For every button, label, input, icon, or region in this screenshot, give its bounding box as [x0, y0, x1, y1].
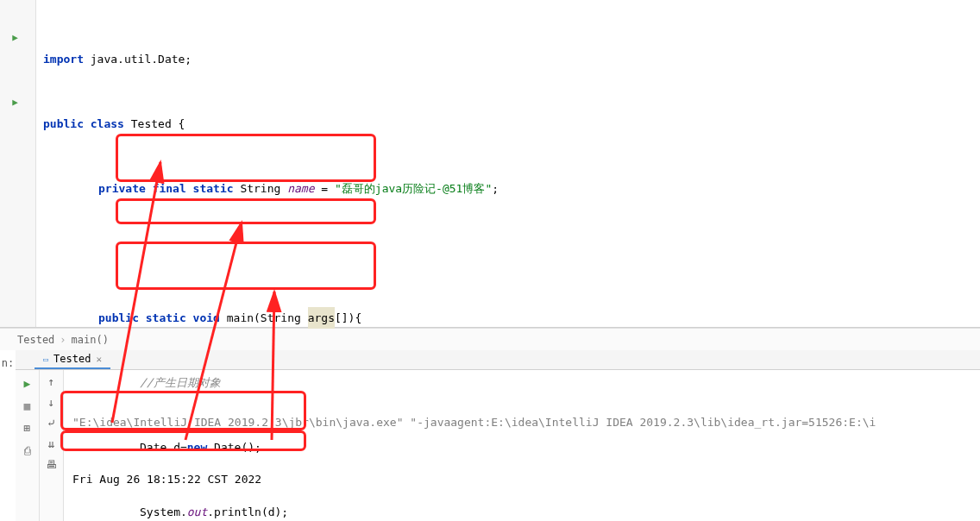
keyword: private: [98, 178, 146, 199]
code-text: String: [234, 178, 288, 199]
gutter-row: [0, 5, 30, 27]
code-text: main(String: [220, 307, 308, 329]
gutter: ▶ ▶: [0, 0, 36, 327]
annotation-box: [60, 430, 306, 451]
stop-icon[interactable]: ■: [20, 398, 35, 413]
code-text: =: [315, 178, 335, 199]
keyword: void: [193, 307, 220, 329]
console-body: ▶ ■ ⊞ ⎙ ↑ ↓ ⤶ ⇊ 🖶 "E:\idea\IntelliJ IDEA…: [16, 370, 980, 521]
console-run-toolbar: ▶ ■ ⊞ ⎙: [16, 370, 40, 521]
run-label-text: n:: [2, 357, 14, 369]
console-line: Fri Aug 26 18:15:22 CST 2022: [72, 470, 971, 489]
gutter-row: [0, 48, 30, 70]
pin-icon[interactable]: ⎙: [20, 443, 35, 458]
editor-area: ▶ ▶ import java.util.Date; public class …: [0, 0, 980, 328]
code-text: java.util.Date;: [84, 48, 192, 70]
run-label: n:: [0, 350, 16, 521]
rerun-icon[interactable]: ▶: [20, 375, 35, 391]
field: name: [287, 178, 314, 199]
console-cmd: "E:\idea\IntelliJ IDEA 2019.2.3\jbr\bin\…: [72, 413, 971, 432]
console-output[interactable]: "E:\idea\IntelliJ IDEA 2019.2.3\jbr\bin\…: [64, 370, 980, 521]
code-text: []){: [335, 307, 361, 329]
layout-icon[interactable]: ⊞: [20, 420, 35, 436]
string-literal: "磊哥的java历险记-@51博客": [335, 178, 492, 199]
run-panel: n: ▭ Tested ✕ ▶ ■ ⊞ ⎙ ↑ ↓ ⤶ ⇊ 🖶: [0, 350, 980, 521]
code-text: ;: [492, 178, 499, 199]
run-gutter-icon[interactable]: ▶: [0, 91, 30, 113]
code-editor[interactable]: import java.util.Date; public class Test…: [36, 0, 980, 327]
keyword: static: [146, 307, 186, 329]
keyword: public: [43, 113, 84, 135]
param-highlight: args: [308, 307, 335, 329]
annotation-box: [116, 134, 376, 182]
keyword: final: [153, 178, 186, 199]
keyword: static: [193, 178, 234, 199]
keyword: class: [91, 113, 124, 135]
annotation-box: [116, 198, 376, 224]
gutter-row: [0, 70, 30, 91]
keyword: import: [43, 48, 84, 70]
keyword: public: [98, 307, 139, 329]
run-gutter-icon[interactable]: ▶: [0, 27, 30, 48]
code-text: Tested {: [124, 113, 185, 135]
